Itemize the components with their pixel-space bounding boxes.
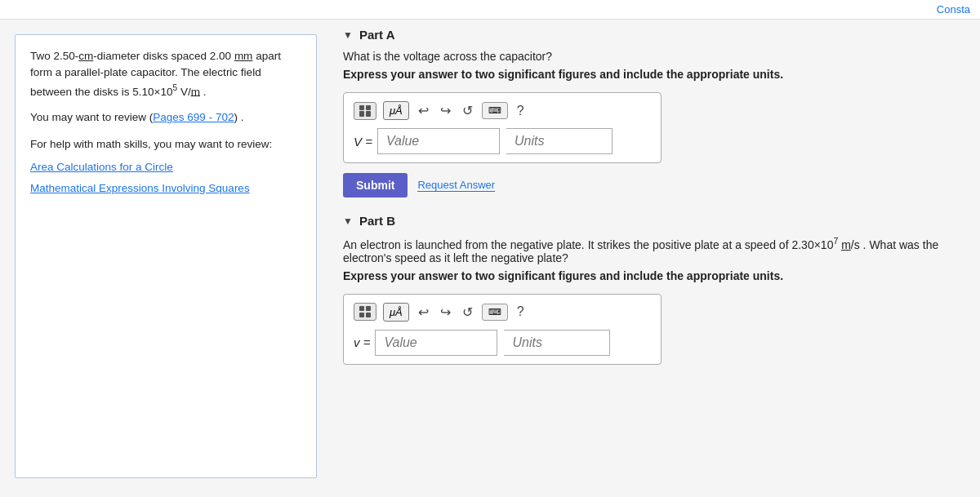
part-b-label: Part B xyxy=(359,214,395,228)
keyboard-button-b[interactable]: ⌨ xyxy=(482,304,508,321)
part-b-header[interactable]: ▼ Part B xyxy=(343,214,960,228)
part-b-question: An electron is launched from the negativ… xyxy=(343,236,960,264)
undo-icon-a[interactable]: ↩ xyxy=(416,101,431,120)
part-b-toolbar: μÅ ↩ ↪ ↺ ⌨ ? xyxy=(354,303,651,322)
part-a-section: ▼ Part A What is the voltage across the … xyxy=(343,28,960,197)
part-a-triangle: ▼ xyxy=(343,29,353,41)
consta-link[interactable]: Consta xyxy=(937,3,970,16)
part-b-var-label: v = xyxy=(354,335,370,349)
part-a-input-row: V = xyxy=(354,128,651,154)
mu-button-b[interactable]: μÅ xyxy=(383,303,409,322)
part-a-answer-box: μÅ ↩ ↪ ↺ ⌨ ? V = xyxy=(343,92,662,163)
top-bar: Consta xyxy=(0,0,980,20)
part-b-section: ▼ Part B An electron is launched from th… xyxy=(343,214,960,365)
part-a-toolbar: μÅ ↩ ↪ ↺ ⌨ ? xyxy=(354,101,651,120)
undo-icon-b[interactable]: ↩ xyxy=(416,303,431,322)
help-icon-a[interactable]: ? xyxy=(514,102,527,120)
part-a-value-input[interactable] xyxy=(377,128,500,154)
part-a-header[interactable]: ▼ Part A xyxy=(343,28,960,42)
part-a-actions: Submit Request Answer xyxy=(343,173,960,197)
part-b-answer-box: μÅ ↩ ↪ ↺ ⌨ ? v = xyxy=(343,294,662,365)
problem-description: Two 2.50-cm-diameter disks spaced 2.00 m… xyxy=(30,48,301,100)
matrix-icon xyxy=(359,105,371,117)
content-area: ▼ Part A What is the voltage across the … xyxy=(317,20,980,493)
redo-icon-b[interactable]: ↪ xyxy=(438,303,453,322)
redo-icon-a[interactable]: ↪ xyxy=(438,101,453,120)
keyboard-button-a[interactable]: ⌨ xyxy=(482,102,508,119)
area-calculations-link[interactable]: Area Calculations for a Circle xyxy=(30,159,301,175)
help-icon-b[interactable]: ? xyxy=(514,303,527,321)
request-answer-link-a[interactable]: Request Answer xyxy=(417,179,495,192)
part-a-var-label: V = xyxy=(354,135,372,149)
part-b-units-input[interactable] xyxy=(504,330,610,356)
review-link[interactable]: Pages 699 - 702 xyxy=(153,111,234,123)
submit-button-a[interactable]: Submit xyxy=(343,173,408,197)
math-expressions-link[interactable]: Mathematical Expressions Involving Squar… xyxy=(30,180,301,197)
matrix-button[interactable] xyxy=(354,102,376,120)
matrix-icon-b xyxy=(359,306,371,317)
sidebar: Two 2.50-cm-diameter disks spaced 2.00 m… xyxy=(15,34,317,478)
refresh-icon-b[interactable]: ↺ xyxy=(460,303,475,322)
refresh-icon-a[interactable]: ↺ xyxy=(460,101,475,120)
part-a-label: Part A xyxy=(359,28,395,42)
part-a-instruction: Express your answer to two significant f… xyxy=(343,68,960,81)
matrix-button-b[interactable] xyxy=(354,303,376,321)
part-a-units-input[interactable] xyxy=(506,128,612,154)
part-b-input-row: v = xyxy=(354,330,651,356)
main-layout: Two 2.50-cm-diameter disks spaced 2.00 m… xyxy=(0,20,980,493)
review-text: You may want to review (Pages 699 - 702)… xyxy=(30,109,301,126)
part-b-value-input[interactable] xyxy=(375,330,497,356)
part-a-question: What is the voltage across the capacitor… xyxy=(343,50,960,63)
part-b-instruction: Express your answer to two significant f… xyxy=(343,269,960,282)
mu-button-a[interactable]: μÅ xyxy=(383,101,409,120)
help-text: For help with math skills, you may want … xyxy=(30,136,301,153)
part-b-triangle: ▼ xyxy=(343,215,353,227)
